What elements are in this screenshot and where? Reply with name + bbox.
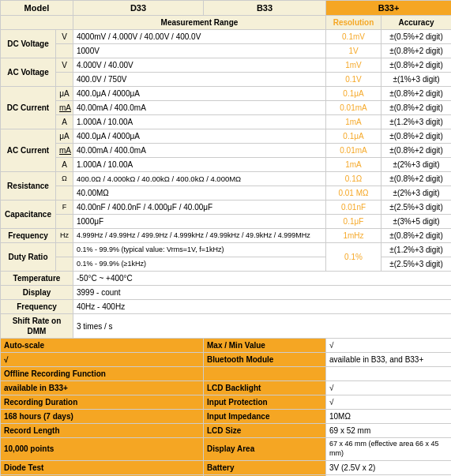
dc-voltage-label: DC Voltage xyxy=(1,30,56,58)
auto-scale-label: Auto-scale xyxy=(1,339,204,353)
frequency-acc: ±(0.8%+2 digit) xyxy=(381,229,452,243)
display-area-label: Display Area xyxy=(204,438,326,460)
duty-ratio-acc2: ±(2.5%+3 digit) xyxy=(381,257,452,272)
ac-current-res2: 0.01mA xyxy=(326,144,381,158)
ac-current-res1: 0.1μA xyxy=(326,129,381,144)
ac-voltage-unit: V xyxy=(56,58,73,73)
resistance-res1: 0.1Ω xyxy=(326,172,381,186)
duty-ratio-unit2 xyxy=(56,257,73,272)
dc-current-label: DC Current xyxy=(1,87,56,129)
dc-voltage-res1: 0.1mV xyxy=(326,30,381,44)
input-impedance-label: Input Impedance xyxy=(204,410,326,424)
battery-label: Battery xyxy=(204,460,326,474)
duty-ratio-unit1 xyxy=(56,243,73,257)
battery-value: 3V (2.5V x 2) xyxy=(326,460,452,474)
dc-voltage-unit: V xyxy=(56,30,73,44)
resistance-res2: 0.01 MΩ xyxy=(326,186,381,201)
max-min-label: Max / Min Value xyxy=(204,339,326,353)
duty-ratio-range1: 0.1% - 99.9% (typical value: Vrms=1V, f=… xyxy=(73,243,326,257)
ac-current-acc2: ±(0.8%+2 digit) xyxy=(381,144,452,158)
dc-current-acc2: ±(0.8%+2 digit) xyxy=(381,101,452,115)
record-length-value: 10,000 points xyxy=(1,438,204,460)
max-min-value: √ xyxy=(326,339,452,353)
blank-subheader xyxy=(1,16,73,30)
offline-recording-value: available in B33+ xyxy=(1,381,204,395)
temperature-label: Temperature xyxy=(1,272,73,286)
ac-voltage-unit2 xyxy=(56,73,73,87)
ac-voltage-res2: 0.1V xyxy=(326,73,381,87)
input-protection-label: Input Protection xyxy=(204,395,326,410)
dc-current-unit1: μA xyxy=(56,87,73,101)
ac-current-range1: 400.0μA / 4000μA xyxy=(73,129,326,144)
recording-duration-value: 168 hours (7 days) xyxy=(1,410,204,424)
accuracy-header: Accuracy xyxy=(381,16,452,30)
duty-ratio-res: 0.1% xyxy=(326,243,381,272)
resistance-acc2: ±(2%+3 digit) xyxy=(381,186,452,201)
lcd-size-value: 69 x 52 mm xyxy=(326,424,452,438)
dc-current-unit3: A xyxy=(56,115,73,129)
blank-label1 xyxy=(204,367,326,381)
ac-current-label: AC Current xyxy=(1,129,56,172)
ac-voltage-range2: 400.0V / 750V xyxy=(73,73,326,87)
capacitance-res2: 0.1μF xyxy=(326,215,381,229)
resistance-acc1: ±(0.8%+2 digit) xyxy=(381,172,452,186)
input-impedance-value: 10MΩ xyxy=(326,410,452,424)
resistance-range2: 40.00MΩ xyxy=(73,186,326,201)
resistance-unit2 xyxy=(56,186,73,201)
measurement-range-header: Measurement Range xyxy=(73,16,326,30)
dc-voltage-acc1: ±(0.5%+2 digit) xyxy=(381,30,452,44)
capacitance-acc2: ±(3%+5 digit) xyxy=(381,215,452,229)
recording-duration-label: Recording Duration xyxy=(1,395,204,410)
lcd-size-label: LCD Size xyxy=(204,424,326,438)
frequency-range: 4.999Hz / 49.99Hz / 499.9Hz / 4.999kHz /… xyxy=(73,229,326,243)
ac-current-range2: 40.00mA / 400.0mA xyxy=(73,144,326,158)
display-label: Display xyxy=(1,286,73,300)
ac-current-unit3: A xyxy=(56,158,73,172)
capacitance-unit2 xyxy=(56,215,73,229)
b33plus-header: B33+ xyxy=(326,1,452,16)
ac-voltage-acc1: ±(0.8%+2 digit) xyxy=(381,58,452,73)
dc-current-acc1: ±(0.8%+2 digit) xyxy=(381,87,452,101)
dc-current-res1: 0.1μA xyxy=(326,87,381,101)
dc-current-range3: 1.000A / 10.00A xyxy=(73,115,326,129)
ac-current-unit2: mA xyxy=(56,144,73,158)
frequency2-range: 40Hz - 400Hz xyxy=(73,300,452,314)
frequency-label: Frequency xyxy=(1,229,56,243)
frequency-res: 1mHz xyxy=(326,229,381,243)
shift-rate-label: Shift Rate on DMM xyxy=(1,314,73,339)
bluetooth-value: available in B33, and B33+ xyxy=(326,353,452,367)
record-length-label: Record Length xyxy=(1,424,204,438)
ac-voltage-acc2: ±(1%+3 digit) xyxy=(381,73,452,87)
dc-current-res2: 0.01mA xyxy=(326,101,381,115)
ac-current-range3: 1.000A / 10.00A xyxy=(73,158,326,172)
d33-header: D33 xyxy=(73,1,204,16)
display-range: 3999 - count xyxy=(73,286,452,300)
capacitance-acc1: ±(2.5%+3 digit) xyxy=(381,201,452,215)
duty-ratio-range2: 0.1% - 99.9% (≥1kHz) xyxy=(73,257,326,272)
dc-voltage-range2: 1000V xyxy=(73,44,326,58)
display-area-value: 67 x 46 mm (effective area 66 x 45 mm) xyxy=(326,438,452,460)
dc-voltage-res2: 1V xyxy=(326,44,381,58)
ac-voltage-res1: 1mV xyxy=(326,58,381,73)
frequency2-label: Frequency xyxy=(1,300,73,314)
dc-current-unit2: mA xyxy=(56,101,73,115)
input-protection-value: √ xyxy=(326,395,452,410)
ac-current-res3: 1mA xyxy=(326,158,381,172)
offline-recording-label: Offline Recording Function xyxy=(1,367,204,381)
capacitance-res1: 0.01nF xyxy=(326,201,381,215)
capacitance-range2: 1000μF xyxy=(73,215,326,229)
bluetooth-label: Bluetooth Module xyxy=(204,353,326,367)
duty-ratio-label: Duty Ratio xyxy=(1,243,56,272)
duty-ratio-acc1: ±(1.2%+3 digit) xyxy=(381,243,452,257)
dc-current-range2: 40.00mA / 400.0mA xyxy=(73,101,326,115)
diode-test-label: Diode Test xyxy=(1,460,204,474)
lcd-backlight-label: LCD Backlight xyxy=(204,381,326,395)
dc-voltage-acc2: ±(0.8%+2 digit) xyxy=(381,44,452,58)
b33-header: B33 xyxy=(204,1,326,16)
ac-current-unit1: μA xyxy=(56,129,73,144)
dc-current-res3: 1mA xyxy=(326,115,381,129)
resistance-range1: 400.0Ω / 4.000kΩ / 40.00kΩ / 400.0kΩ / 4… xyxy=(73,172,326,186)
capacitance-range1: 40.00nF / 400.0nF / 4.000μF / 40.00μF xyxy=(73,201,326,215)
resolution-header: Resolution xyxy=(326,16,381,30)
dc-current-range1: 400.0μA / 4000μA xyxy=(73,87,326,101)
